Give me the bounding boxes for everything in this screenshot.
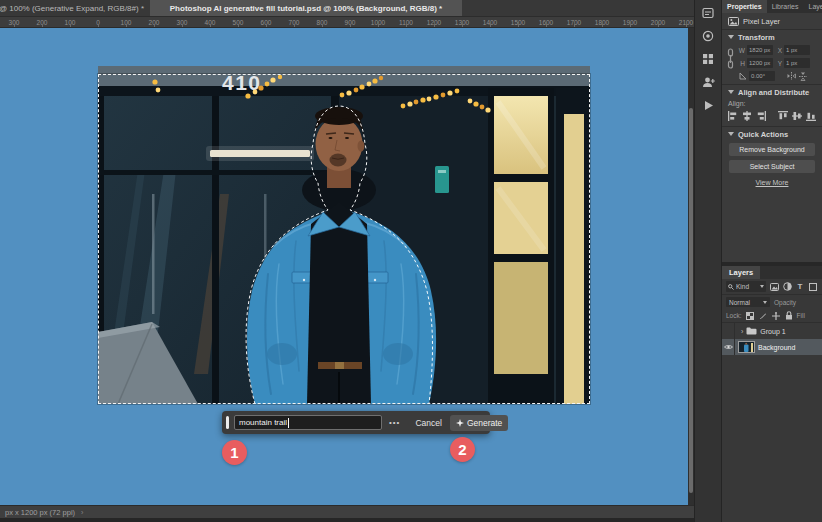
- ruler-tick-label: 0: [84, 19, 112, 26]
- chevron-down-icon: [728, 35, 734, 39]
- ruler-tick-label: 800: [308, 19, 336, 26]
- document-info: px x 1200 px (72 ppi): [5, 508, 75, 517]
- ruler-tick-label: 1200: [420, 19, 448, 26]
- swatches-panel-icon[interactable]: [701, 29, 715, 43]
- document-image[interactable]: 410: [98, 66, 590, 404]
- generate-sparkle-icon: [456, 419, 464, 427]
- layer-thumbnail[interactable]: [738, 341, 755, 353]
- document-tabbar: yer.png @ 100% (Generative Expand, RGB/8…: [0, 0, 694, 17]
- angle-field[interactable]: 0.00°: [749, 71, 775, 81]
- pixel-layer-icon: [728, 17, 739, 26]
- layer-row-group[interactable]: › Group 1: [722, 323, 822, 339]
- lock-pixels-brush-icon[interactable]: [758, 311, 768, 321]
- filter-adjustment-layers-icon[interactable]: [782, 282, 792, 292]
- filter-type-layers-icon[interactable]: T: [795, 282, 805, 292]
- document-tab-active[interactable]: Photoshop AI generative fill tutorial.ps…: [150, 0, 462, 16]
- remove-background-button[interactable]: Remove Background: [729, 143, 815, 156]
- generate-button[interactable]: Generate: [450, 415, 508, 431]
- actions-panel-icon[interactable]: [701, 98, 715, 112]
- ruler-tick-label: 100: [56, 19, 84, 26]
- chevron-down-icon: [763, 301, 767, 304]
- prompt-input[interactable]: mountain trail: [234, 415, 382, 430]
- patterns-panel-icon[interactable]: [701, 52, 715, 66]
- photoshop-window: yer.png @ 100% (Generative Expand, RGB/8…: [0, 0, 822, 522]
- tab-libraries[interactable]: Libraries: [767, 0, 804, 13]
- view-more-link[interactable]: View More: [756, 179, 789, 186]
- photo-content: 410: [98, 66, 590, 404]
- height-field[interactable]: 1200 px: [747, 58, 773, 68]
- ruler-tick-label: 200: [28, 19, 56, 26]
- ruler-tick-label: 1800: [588, 19, 616, 26]
- visibility-toggle[interactable]: [722, 323, 735, 339]
- chevron-down-icon: [728, 132, 734, 136]
- ruler-tick-label: 700: [280, 19, 308, 26]
- align-bottom-button[interactable]: [806, 110, 816, 121]
- lock-all-icon[interactable]: [784, 311, 794, 321]
- contextual-taskbar: mountain trail ••• Cancel Generate: [222, 411, 490, 434]
- align-center-horizontal-button[interactable]: [742, 110, 752, 121]
- layer-type-label: Pixel Layer: [743, 17, 780, 26]
- status-menu-arrow[interactable]: ›: [81, 509, 83, 516]
- visibility-toggle[interactable]: [722, 339, 735, 355]
- lock-label: Lock:: [726, 312, 742, 319]
- panels-column: Properties Libraries Layer C Pixel Layer…: [722, 0, 822, 522]
- align-top-button[interactable]: [778, 110, 788, 121]
- flip-horizontal-icon[interactable]: [787, 72, 796, 81]
- properties-panel: Pixel Layer Transform W 1820 px X 1 px H…: [722, 13, 822, 262]
- ruler-tick-label: 500: [224, 19, 252, 26]
- taskbar-grip-handle[interactable]: [226, 416, 229, 429]
- search-icon: [728, 284, 734, 290]
- filter-pixel-layers-icon[interactable]: [769, 282, 779, 292]
- layer-name: Background: [758, 344, 795, 351]
- more-options-button[interactable]: •••: [387, 418, 402, 427]
- layer-filter-kind-select[interactable]: Kind: [726, 281, 766, 292]
- select-subject-button[interactable]: Select Subject: [729, 160, 815, 173]
- text-caret: [288, 418, 289, 428]
- ruler-tick-label: 2000: [644, 19, 672, 26]
- filter-shape-layers-icon[interactable]: [808, 282, 818, 292]
- quick-actions-header[interactable]: Quick Actions: [722, 127, 822, 141]
- tab-layers[interactable]: Layers: [722, 266, 760, 279]
- layer-row-background[interactable]: Background: [722, 339, 822, 355]
- vertical-scrollbar[interactable]: [688, 28, 694, 505]
- align-section-header[interactable]: Align and Distribute: [722, 85, 822, 99]
- annotation-badge-2: 2: [450, 437, 475, 462]
- align-left-button[interactable]: [728, 110, 738, 121]
- transform-fields: W 1820 px X 1 px H 1200 px Y 1 px 0.00°: [722, 44, 822, 85]
- document-tab-inactive[interactable]: yer.png @ 100% (Generative Expand, RGB/8…: [0, 0, 150, 16]
- fill-label: Fill: [797, 312, 805, 319]
- align-right-button[interactable]: [756, 110, 766, 121]
- ruler-tick-label: 1300: [448, 19, 476, 26]
- width-field[interactable]: 1820 px: [747, 45, 773, 55]
- status-bar: px x 1200 px (72 ppi) ›: [0, 505, 694, 522]
- opacity-label: Opacity: [774, 299, 796, 306]
- y-field[interactable]: 1 px: [784, 58, 810, 68]
- folder-icon: [746, 327, 757, 335]
- color-panel-icon[interactable]: [701, 6, 715, 20]
- tab-layer-comps[interactable]: Layer C: [803, 0, 822, 13]
- x-field[interactable]: 1 px: [784, 45, 810, 55]
- align-middle-vertical-button[interactable]: [792, 110, 802, 121]
- chevron-down-icon: [760, 285, 764, 288]
- active-tab-label: Photoshop AI generative fill tutorial.ps…: [170, 4, 442, 13]
- align-label: Align:: [722, 99, 822, 110]
- scrollbar-thumb[interactable]: [689, 108, 693, 493]
- lock-position-icon[interactable]: [771, 311, 781, 321]
- panel-tabbar: Properties Libraries Layer C: [722, 0, 822, 13]
- cancel-button[interactable]: Cancel: [412, 418, 444, 428]
- ruler-tick-label: 600: [252, 19, 280, 26]
- ruler-tick-label: 1600: [532, 19, 560, 26]
- annotation-badge-1: 1: [222, 440, 247, 465]
- group-expander-icon[interactable]: ›: [741, 328, 743, 335]
- eye-icon: [724, 344, 733, 350]
- link-dimensions-icon[interactable]: [727, 48, 734, 70]
- blend-mode-select[interactable]: Normal: [726, 297, 770, 307]
- transform-section-header[interactable]: Transform: [722, 30, 822, 44]
- share-panel-icon[interactable]: [701, 75, 715, 89]
- tab-properties[interactable]: Properties: [722, 0, 767, 13]
- layers-panel: Layers Kind T Normal Opacity: [722, 266, 822, 522]
- canvas-area[interactable]: 410: [0, 28, 694, 505]
- lock-transparency-icon[interactable]: [745, 311, 755, 321]
- flip-vertical-icon[interactable]: [798, 72, 807, 81]
- ruler-tick-label: 100: [112, 19, 140, 26]
